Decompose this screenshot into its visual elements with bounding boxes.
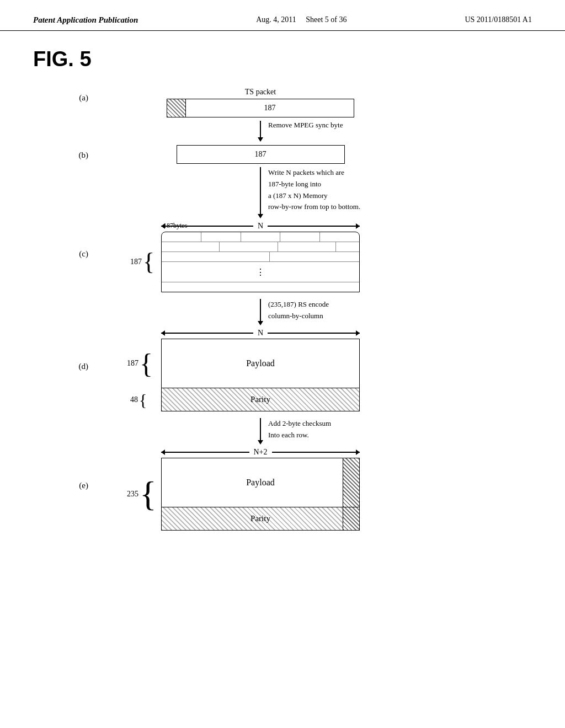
arrow-c-line (260, 299, 261, 321)
page-header: Patent Application Publication Aug. 4, 2… (0, 0, 565, 31)
matrix-box-c: ⋮ (161, 232, 360, 292)
section-b-label: (b) (33, 145, 99, 160)
n2-arrow-right (272, 452, 360, 453)
n-arrow-right-c (268, 226, 360, 227)
d-label-187: 187 { (127, 339, 153, 388)
cell-2-4 (336, 242, 359, 251)
section-e-label: (e) (33, 448, 99, 490)
cell-1-4 (280, 232, 320, 242)
arrow-b-container: Write N packets which are 187-byte long … (99, 167, 422, 218)
sheet-info: Sheet 5 of 36 (306, 15, 347, 24)
matrix-row-2 (162, 242, 359, 252)
ts-box-number: 187 (186, 99, 354, 117)
arrow-a-line (260, 121, 261, 137)
publication-date-sheet: Aug. 4, 2011 Sheet 5 of 36 (256, 15, 347, 24)
matrix-wrapper: 187bytes 187 { (161, 232, 360, 292)
cell-1-3 (241, 232, 281, 242)
matrix-row-3 (162, 252, 359, 262)
section-c-content: N 187bytes 187 { (99, 222, 422, 292)
d-label-48: 48 { (130, 388, 147, 411)
cell-1-5 (320, 232, 359, 242)
d-187-num: 187 (127, 359, 138, 368)
main-content: FIG. 5 (a) TS packet 187 Remove MPEG (0, 31, 565, 564)
e-box-relative: Payload Parity (161, 458, 360, 531)
arrow-a-label: Remove MPEG sync byte (268, 121, 343, 130)
pub-date: Aug. 4, 2011 (256, 15, 296, 24)
arrow-c-line2: column-by-column (268, 311, 329, 322)
arrow-d-line (260, 418, 261, 440)
d-payload-box: Payload (161, 339, 360, 388)
row-number-c: 187 (130, 258, 142, 266)
publication-type: Patent Application Publication (33, 15, 138, 25)
arrow-b-line4: row-by-row from top to bottom. (268, 201, 360, 213)
n-arrow-right-d (268, 333, 360, 334)
e-payload-text: Payload (246, 478, 275, 488)
arrow-d-text: Add 2-byte checksum Into each row. (268, 418, 331, 441)
n2-label: N+2 (249, 448, 272, 457)
ts-packet-box: 187 (167, 99, 354, 117)
cell-2-3 (278, 242, 336, 251)
figure-title: FIG. 5 (33, 47, 532, 71)
arrow-d-container: Add 2-byte checksum Into each row. (99, 418, 422, 445)
arrow-b-line1: Write N packets which are (268, 167, 360, 179)
arrow-a-tip (258, 137, 263, 142)
d-48-num: 48 (130, 395, 138, 404)
n2-arrow-left (161, 452, 249, 453)
cell-3-2 (270, 252, 359, 261)
b-box: 187 (177, 145, 345, 164)
matrix-row-1 (162, 232, 359, 242)
e-235-num: 235 (127, 490, 138, 499)
ts-packet-label: TS packet (245, 88, 276, 97)
n-arrow-row-c: N (161, 222, 360, 231)
d-48-brace: { (139, 392, 147, 408)
section-e-content: N+2 235 { Payload (99, 448, 422, 531)
e-box-wrapper: 235 { Payload Parity (161, 458, 360, 531)
matrix-last-row (162, 282, 359, 292)
arrow-c-container: (235,187) RS encode column-by-column (99, 299, 422, 325)
arrow-b-line (260, 167, 261, 214)
n-label-d: N (253, 329, 268, 338)
d-payload-text: Payload (246, 358, 275, 368)
cell-3-1 (162, 252, 270, 261)
section-a-content: TS packet 187 (99, 88, 422, 117)
section-d-content: N 187 { 48 { P (99, 329, 422, 411)
section-a-label: (a) (33, 88, 99, 103)
e-parity-text: Parity (250, 514, 270, 523)
sync-byte-hatched (167, 99, 186, 117)
arrow-b-line2: 187-byte long into (268, 179, 360, 190)
bytes-label: 187bytes (163, 222, 187, 230)
d-187-brace: { (140, 350, 153, 377)
d-box-wrapper: 187 { 48 { Payload Parity (161, 339, 360, 411)
arrow-b-line3: a (187 x N) Memory (268, 190, 360, 202)
d-parity-text: Parity (250, 395, 270, 404)
left-brace-c: { (143, 250, 154, 274)
n-arrow-left-d (161, 333, 253, 334)
arrow-c-text: (235,187) RS encode column-by-column (268, 299, 329, 322)
cell-1-2 (201, 232, 241, 242)
arrow-d-tip (258, 440, 263, 445)
pub-number: US 2011/0188501 A1 (465, 15, 532, 24)
cell-2-1 (162, 242, 220, 251)
section-b-content: 187 (99, 145, 422, 164)
e-payload-box: Payload (161, 458, 360, 507)
e-right-hatch-parity (343, 507, 359, 530)
row-label-c: 187 { (130, 250, 154, 274)
arrow-c-line1: (235,187) RS encode (268, 299, 329, 311)
n2-arrow-row: N+2 (161, 448, 360, 457)
n-arrow-row-d: N (161, 329, 360, 338)
arrow-d-line2: Into each row. (268, 430, 331, 441)
cell-1-1 (162, 232, 201, 242)
diagram: (a) TS packet 187 Remove MPEG sync byte (33, 88, 532, 542)
matrix-dots: ⋮ (162, 262, 359, 282)
e-235-brace: { (140, 477, 157, 512)
arrow-c-tip (258, 321, 263, 325)
b-box-number: 187 (255, 150, 266, 159)
arrow-b-tip (258, 214, 263, 218)
section-d-label: (d) (33, 329, 99, 371)
n-label-c: N (253, 222, 268, 231)
e-label-235: 235 { (127, 458, 157, 531)
section-c-label: (c) (33, 222, 99, 259)
arrow-a-container: Remove MPEG sync byte (99, 121, 422, 142)
d-parity-box: Parity (161, 388, 360, 411)
e-right-hatch-payload (343, 458, 359, 507)
